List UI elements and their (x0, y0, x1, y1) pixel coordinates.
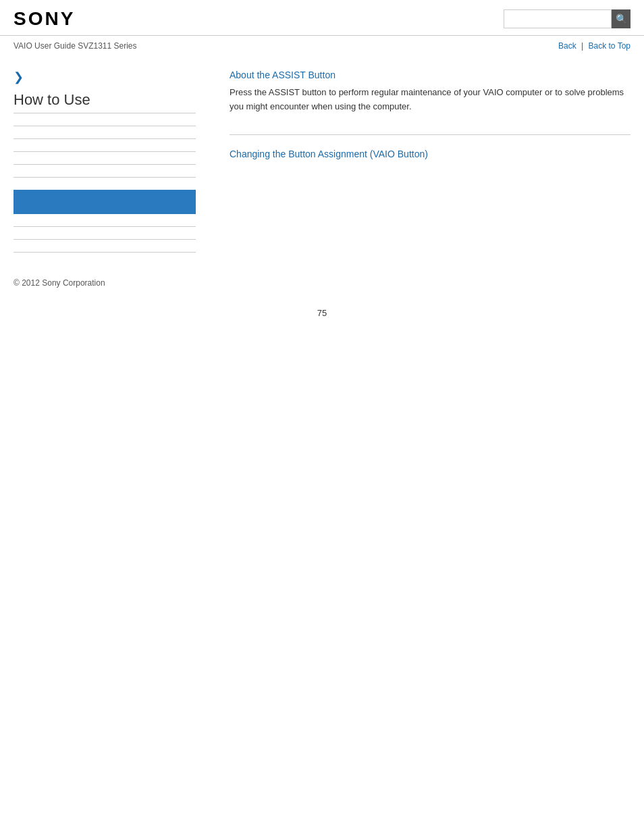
nav-links: Back | Back to Top (558, 41, 630, 51)
content-divider (230, 134, 630, 135)
assist-button-description: Press the ASSIST button to perform regul… (230, 86, 630, 114)
content-area: About the ASSIST Button Press the ASSIST… (209, 63, 630, 265)
sidebar-item-2 (14, 138, 196, 139)
sony-logo: SONY (14, 8, 75, 30)
sidebar-item-1 (14, 126, 196, 126)
guide-title: VAIO User Guide SVZ1311 Series (14, 41, 137, 51)
search-input[interactable] (504, 9, 612, 28)
content-section-1: About the ASSIST Button Press the ASSIST… (230, 70, 630, 114)
sidebar-item-8 (14, 252, 196, 253)
back-link[interactable]: Back (558, 41, 576, 51)
copyright-text: © 2012 Sony Corporation (14, 278, 105, 288)
search-icon: 🔍 (616, 14, 627, 24)
back-to-top-link[interactable]: Back to Top (589, 41, 630, 51)
sub-header: VAIO User Guide SVZ1311 Series Back | Ba… (0, 36, 644, 56)
main-container: ❯ How to Use About the ASSIST Button Pre… (0, 63, 644, 265)
footer: © 2012 Sony Corporation (0, 265, 644, 294)
sidebar: ❯ How to Use (14, 63, 209, 265)
content-section-2: Changing the Button Assignment (VAIO But… (230, 149, 630, 159)
vaio-button-link[interactable]: Changing the Button Assignment (VAIO But… (230, 149, 630, 159)
sidebar-item-3 (14, 151, 196, 152)
sidebar-chevron-icon: ❯ (14, 70, 196, 84)
assist-button-link[interactable]: About the ASSIST Button (230, 70, 630, 80)
sidebar-items-group (14, 126, 196, 253)
search-box: 🔍 (504, 9, 630, 28)
header: SONY 🔍 (0, 0, 644, 36)
sidebar-item-7 (14, 239, 196, 240)
nav-separator: | (581, 41, 583, 51)
page-number: 75 (0, 294, 644, 325)
sidebar-active-item[interactable] (14, 190, 196, 214)
sidebar-title: How to Use (14, 91, 196, 113)
search-button[interactable]: 🔍 (612, 9, 630, 28)
sidebar-item-6 (14, 226, 196, 227)
sidebar-item-4 (14, 164, 196, 165)
sidebar-item-5 (14, 177, 196, 178)
